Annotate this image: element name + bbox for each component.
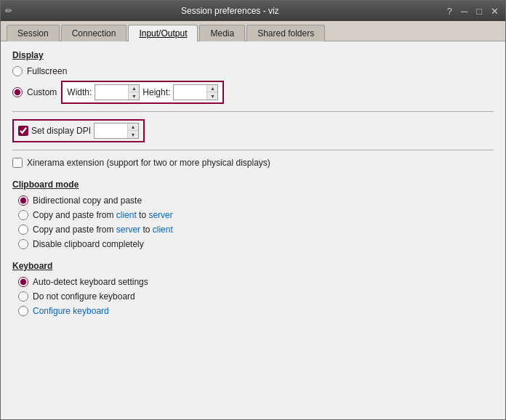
- height-up-arrow[interactable]: ▲: [207, 85, 217, 92]
- clipboard-disable-radio[interactable]: [18, 239, 28, 249]
- clipboard-bidir-radio[interactable]: [18, 195, 28, 206]
- clipboard-s2c-radio[interactable]: [18, 225, 28, 235]
- display-divider2: [12, 150, 494, 150]
- display-section: Display Fullscreen Custom Width: 1440 ▲ …: [12, 50, 494, 168]
- keyboard-configure-radio[interactable]: [18, 306, 28, 316]
- clipboard-c2s-link: client: [116, 210, 137, 220]
- clipboard-s2c-row: Copy and paste from server to client: [18, 225, 494, 235]
- dpi-down-arrow[interactable]: ▼: [128, 131, 138, 138]
- height-label: Height:: [142, 87, 170, 97]
- clipboard-c2s-radio[interactable]: [18, 210, 28, 220]
- keyboard-section-title: Keyboard: [12, 261, 494, 271]
- title-bar-left: ✏: [5, 6, 15, 16]
- keyboard-noconfig-row: Do not configure keyboard: [18, 291, 494, 302]
- clipboard-bidir-row: Bidirectional copy and paste: [18, 195, 494, 206]
- clipboard-section: Clipboard mode Bidirectional copy and pa…: [12, 179, 494, 249]
- main-window: ✏ Session preferences - viz ? ─ □ ✕ Sess…: [0, 0, 506, 420]
- tab-media-label: Media: [210, 28, 234, 39]
- width-up-arrow[interactable]: ▲: [129, 85, 139, 92]
- title-bar-controls: ? ─ □ ✕: [445, 7, 501, 16]
- clipboard-bidir-label: Bidirectional copy and paste: [33, 195, 142, 206]
- keyboard-auto-row: Auto-detect keyboard settings: [18, 277, 494, 287]
- tab-input-output[interactable]: Input/Output: [128, 25, 198, 41]
- tab-io-label: Input/Output: [139, 28, 187, 39]
- keyboard-section: Keyboard Auto-detect keyboard settings D…: [12, 261, 494, 316]
- tab-shared-folders[interactable]: Shared folders: [246, 25, 325, 41]
- height-spinbox[interactable]: 900 ▲ ▼: [173, 84, 218, 100]
- main-content: Display Fullscreen Custom Width: 1440 ▲ …: [1, 41, 505, 419]
- minimize-button[interactable]: ─: [459, 7, 470, 16]
- dpi-spinbox[interactable]: 141 ▲ ▼: [94, 123, 139, 139]
- display-section-title: Display: [12, 50, 494, 60]
- xinerama-row: Xinerama extension (support for two or m…: [12, 158, 494, 168]
- clipboard-s2c-client: client: [153, 225, 173, 235]
- dpi-checkbox[interactable]: [18, 126, 28, 136]
- clipboard-c2s-row: Copy and paste from client to server: [18, 210, 494, 220]
- app-icon: ✏: [5, 6, 15, 16]
- display-divider: [12, 111, 494, 112]
- keyboard-configure-label: Configure keyboard: [33, 306, 109, 316]
- clipboard-c2s-server: server: [148, 210, 172, 220]
- tab-bar: Session Connection Input/Output Media Sh…: [1, 21, 505, 41]
- clipboard-section-title: Clipboard mode: [12, 179, 494, 190]
- keyboard-noconfig-label: Do not configure keyboard: [33, 291, 135, 302]
- fullscreen-radio[interactable]: [12, 66, 23, 76]
- tab-session[interactable]: Session: [7, 25, 60, 41]
- custom-row: Custom Width: 1440 ▲ ▼ Height: 900: [12, 81, 494, 104]
- width-arrows: ▲ ▼: [128, 85, 139, 100]
- title-bar: ✏ Session preferences - viz ? ─ □ ✕: [1, 1, 505, 21]
- xinerama-checkbox[interactable]: [12, 158, 23, 168]
- fullscreen-label: Fullscreen: [27, 66, 67, 76]
- width-down-arrow[interactable]: ▼: [129, 92, 139, 100]
- tab-media[interactable]: Media: [199, 25, 245, 41]
- custom-label: Custom: [27, 87, 57, 97]
- xinerama-label: Xinerama extension (support for two or m…: [27, 158, 270, 168]
- width-label: Width:: [67, 87, 92, 97]
- tab-connection[interactable]: Connection: [61, 25, 127, 41]
- tab-session-label: Session: [17, 28, 49, 39]
- keyboard-configure-row: Configure keyboard: [18, 306, 494, 316]
- keyboard-configure-link: Configure keyboard: [33, 306, 109, 316]
- window-title: Session preferences - viz: [15, 6, 445, 16]
- tab-connection-text: Connection: [72, 28, 116, 39]
- maximize-button[interactable]: □: [474, 7, 484, 16]
- clipboard-disable-row: Disable clipboard completely: [18, 239, 494, 249]
- tab-connection-label: Connection: [72, 28, 116, 39]
- keyboard-auto-label: Auto-detect keyboard settings: [33, 277, 148, 287]
- custom-dimensions-group: Width: 1440 ▲ ▼ Height: 900 ▲ ▼: [61, 81, 224, 104]
- dpi-arrows: ▲ ▼: [127, 124, 138, 138]
- dpi-group: Set display DPI 141 ▲ ▼: [12, 119, 145, 142]
- fullscreen-row: Fullscreen: [12, 66, 494, 76]
- height-arrows: ▲ ▼: [206, 85, 217, 100]
- keyboard-options: Auto-detect keyboard settings Do not con…: [12, 277, 494, 316]
- keyboard-noconfig-radio[interactable]: [18, 291, 28, 302]
- clipboard-options: Bidirectional copy and paste Copy and pa…: [12, 195, 494, 249]
- clipboard-s2c-server: server: [116, 225, 140, 235]
- dpi-label: Set display DPI: [31, 126, 91, 136]
- dpi-row: Set display DPI 141 ▲ ▼: [12, 119, 494, 142]
- dpi-up-arrow[interactable]: ▲: [128, 124, 138, 131]
- help-button[interactable]: ?: [445, 7, 454, 16]
- tab-shared-label: Shared folders: [257, 28, 314, 39]
- clipboard-s2c-label: Copy and paste from server to client: [33, 225, 173, 235]
- custom-radio[interactable]: [12, 87, 23, 97]
- height-down-arrow[interactable]: ▼: [207, 92, 217, 100]
- clipboard-disable-label: Disable clipboard completely: [33, 239, 144, 249]
- height-input[interactable]: 900: [174, 86, 206, 99]
- clipboard-bidir-text: Bidirectional copy and paste: [33, 195, 142, 206]
- close-button[interactable]: ✕: [489, 7, 501, 16]
- dpi-input[interactable]: 141: [95, 124, 127, 137]
- clipboard-c2s-label: Copy and paste from client to server: [33, 210, 173, 220]
- width-input[interactable]: 1440: [95, 86, 128, 99]
- width-spinbox[interactable]: 1440 ▲ ▼: [95, 84, 140, 100]
- keyboard-auto-radio[interactable]: [18, 277, 28, 287]
